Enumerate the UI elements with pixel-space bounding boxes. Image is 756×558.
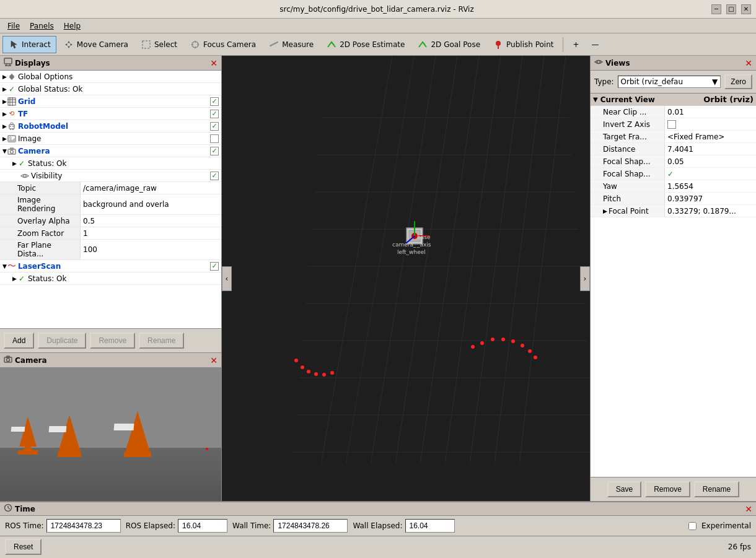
grid-checkbox[interactable] xyxy=(210,97,219,106)
minimize-button[interactable]: ─ xyxy=(711,4,721,14)
cone-2-base xyxy=(58,452,81,457)
window-controls[interactable]: ─ □ ✕ xyxy=(711,4,751,14)
remove-display-button[interactable]: Remove xyxy=(90,333,135,349)
views-prop-yaw: Yaw 1.5654 xyxy=(591,180,756,193)
tf-checkbox[interactable] xyxy=(210,110,219,118)
expand-global-status[interactable]: ▶ xyxy=(2,86,7,92)
move-camera-button[interactable]: Move Camera xyxy=(58,36,134,53)
close-button[interactable]: ✕ xyxy=(741,4,751,14)
measure-button[interactable]: Measure xyxy=(263,36,319,53)
3d-viewport[interactable]: camera_ base _axis left_wheel xyxy=(222,56,590,501)
nav-right-arrow[interactable]: › xyxy=(580,266,590,291)
menu-panels[interactable]: Panels xyxy=(25,20,59,32)
focal-point-value[interactable]: 0.33279; 0.1879... xyxy=(665,205,756,217)
laserscan-checkbox[interactable] xyxy=(210,262,219,271)
invert-z-value[interactable] xyxy=(665,118,756,130)
svg-rect-13 xyxy=(4,58,12,64)
camera-checkbox[interactable] xyxy=(210,147,219,155)
camera-visibility-checkbox[interactable] xyxy=(210,172,219,180)
focal-shape-1-value[interactable]: 0.05 xyxy=(665,155,756,167)
expand-focal-point[interactable]: ▶ xyxy=(603,208,607,214)
pose-estimate-button[interactable]: 2D Pose Estimate xyxy=(320,36,410,53)
far-plane-value[interactable]: 100 xyxy=(81,240,221,259)
add-display-button[interactable]: Add xyxy=(4,333,34,349)
display-item-laserscan-status[interactable]: ▶ ✓ Status: Ok xyxy=(0,272,221,285)
views-rename-button[interactable]: Rename xyxy=(694,481,739,497)
image-checkbox[interactable] xyxy=(210,134,219,143)
experimental-checkbox[interactable] xyxy=(688,522,697,530)
target-frame-value[interactable]: <Fixed Frame> xyxy=(665,131,756,142)
invert-z-checkbox[interactable] xyxy=(667,120,676,129)
display-item-laserscan[interactable]: ▼ 〜 LaserScan xyxy=(0,260,221,272)
pitch-value[interactable]: 0.939797 xyxy=(665,193,756,204)
menu-file[interactable]: File xyxy=(2,20,25,32)
main-area: Displays ✕ ▶ Global Options ▶ ✓ Globa xyxy=(0,56,756,501)
time-content: ROS Time: ROS Elapsed: Wall Time: Wall E… xyxy=(0,516,756,536)
wall-elapsed-input[interactable] xyxy=(405,519,455,533)
display-item-robotmodel[interactable]: ▶ RobotModel xyxy=(0,120,221,133)
expand-current-view[interactable]: ▼ xyxy=(593,96,598,103)
camera-scene xyxy=(0,368,221,501)
overlay-alpha-value[interactable]: 0.5 xyxy=(81,215,221,227)
expand-tf[interactable]: ▶ xyxy=(2,111,7,117)
select-button[interactable]: Select xyxy=(135,36,183,53)
expand-laserscan-status[interactable]: ▶ xyxy=(12,276,17,282)
zoom-value[interactable]: 1 xyxy=(81,227,221,239)
publish-point-button[interactable]: Publish Point xyxy=(487,36,559,53)
robotmodel-checkbox[interactable] xyxy=(210,122,219,131)
laserscan-status-label: Status: Ok xyxy=(28,274,219,283)
rename-display-button[interactable]: Rename xyxy=(139,333,184,349)
views-close-button[interactable]: ✕ xyxy=(745,58,752,68)
display-item-tf[interactable]: ▶ ⟲ TF xyxy=(0,108,221,120)
expand-grid[interactable]: ▶ xyxy=(2,98,7,105)
remove-tool-button[interactable]: — xyxy=(586,36,605,53)
expand-camera-status[interactable]: ▶ xyxy=(12,160,17,167)
rendering-value[interactable]: background and overla xyxy=(81,194,221,214)
display-prop-rendering: Image Rendering background and overla xyxy=(0,194,221,215)
ros-elapsed-input[interactable] xyxy=(178,519,227,533)
svg-point-37 xyxy=(7,359,10,362)
svg-point-72 xyxy=(501,338,505,341)
wall-time-input[interactable] xyxy=(273,519,348,533)
yaw-value[interactable]: 1.5654 xyxy=(665,180,756,192)
expand-global-options[interactable]: ▶ xyxy=(2,74,7,80)
display-item-global-status[interactable]: ▶ ✓ Global Status: Ok xyxy=(0,83,221,95)
display-item-image[interactable]: ▶ Image xyxy=(0,133,221,145)
distance-value[interactable]: 7.4041 xyxy=(665,143,756,155)
nav-left-arrow[interactable]: ‹ xyxy=(222,266,232,291)
display-item-camera-status[interactable]: ▶ ✓ Status: Ok xyxy=(0,157,221,170)
maximize-button[interactable]: □ xyxy=(726,4,736,14)
reset-button[interactable]: Reset xyxy=(5,539,42,555)
ros-time-field: ROS Time: xyxy=(5,519,121,533)
views-type-select[interactable]: Orbit (rviz_defau ▼ xyxy=(618,76,721,88)
display-item-grid[interactable]: ▶ Grid xyxy=(0,95,221,108)
cone-3-base xyxy=(124,452,151,457)
views-remove-button[interactable]: Remove xyxy=(645,481,690,497)
camera-sub-close-button[interactable]: ✕ xyxy=(210,355,218,365)
views-type-dropdown-icon: ▼ xyxy=(712,77,718,86)
near-clip-value[interactable]: 0.01 xyxy=(665,106,756,118)
expand-image[interactable]: ▶ xyxy=(2,136,7,142)
interact-button[interactable]: Interact xyxy=(2,36,56,53)
menu-help[interactable]: Help xyxy=(59,20,86,32)
views-save-button[interactable]: Save xyxy=(607,481,641,497)
time-close-button[interactable]: ✕ xyxy=(745,504,752,514)
camera-image-view[interactable] xyxy=(0,368,221,501)
add-tool-button[interactable]: + xyxy=(567,36,584,53)
duplicate-display-button[interactable]: Duplicate xyxy=(38,333,86,349)
focus-camera-button[interactable]: Focus Camera xyxy=(184,36,262,53)
goal-pose-button[interactable]: 2D Goal Pose xyxy=(411,36,486,53)
expand-laserscan[interactable]: ▼ xyxy=(2,263,7,269)
views-zero-button[interactable]: Zero xyxy=(724,74,752,89)
expand-robotmodel[interactable]: ▶ xyxy=(2,123,7,129)
expand-camera[interactable]: ▼ xyxy=(2,148,7,154)
displays-close-button[interactable]: ✕ xyxy=(210,58,218,68)
topic-value[interactable]: /camera/image_raw xyxy=(81,182,221,194)
displays-content[interactable]: ▶ Global Options ▶ ✓ Global Status: Ok ▶ xyxy=(0,71,221,328)
interact-icon xyxy=(8,39,19,50)
center-panel[interactable]: camera_ base _axis left_wheel xyxy=(222,56,590,501)
display-item-camera-visibility[interactable]: Visibility xyxy=(0,170,221,182)
ros-time-input[interactable] xyxy=(46,519,121,533)
display-item-global-options[interactable]: ▶ Global Options xyxy=(0,71,221,83)
display-item-camera[interactable]: ▼ Camera xyxy=(0,145,221,157)
